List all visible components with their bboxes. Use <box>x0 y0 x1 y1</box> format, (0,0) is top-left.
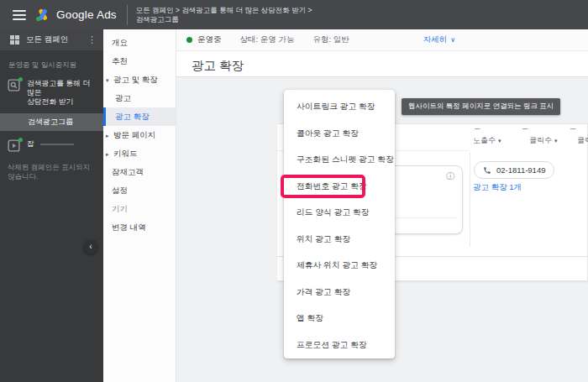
sidebar-item-all-campaigns[interactable]: 모든 캠페인 ⋮ <box>0 29 103 50</box>
video-campaign-icon <box>8 139 21 153</box>
campaign-item-video[interactable]: 잡 <box>0 131 103 153</box>
summary-value: – <box>465 123 490 133</box>
note-line2: 않습니다. <box>8 172 103 181</box>
breadcrumb-line-2[interactable]: 검색광고그룹 <box>136 15 312 24</box>
menu-item-sitelink[interactable]: 사이트링크 광고 확장 <box>284 93 395 120</box>
type-label: 유형: 일반 <box>312 34 349 45</box>
campaign-name-line2: 상담전화 받기 <box>27 97 73 106</box>
campaign-name: 잡 <box>27 139 74 153</box>
summary-value: – <box>512 123 538 133</box>
menu-item-price[interactable]: 가격 광고 확장 <box>284 279 395 306</box>
column-header-ctr[interactable]: 클릭률 <box>577 135 588 146</box>
sort-arrow-icon: ▾ <box>498 138 501 144</box>
nav-item-change-history[interactable]: 변경 내역 <box>103 218 176 237</box>
chevron-down-icon: ∨ <box>450 36 455 44</box>
header-label: 클릭수 <box>529 136 552 144</box>
menu-item-lead-form[interactable]: 리드 양식 광고 확장 <box>284 199 395 226</box>
header-label: 클릭률 <box>577 136 588 144</box>
nav-item-settings[interactable]: 설정 <box>103 181 176 200</box>
nav-item-audiences[interactable]: 잠재고객 <box>103 163 176 181</box>
all-campaigns-label: 모든 캠페인 <box>26 34 68 45</box>
top-app-bar: Google Ads 모든 캠페인 > 검색광고를 통해 더 많은 상담전화 받… <box>0 0 588 29</box>
phone-number: 02-1811-9149 <box>496 165 545 175</box>
campaign-section-label: 운영중 및 일시중지됨 <box>0 50 103 71</box>
menu-item-promotion[interactable]: 프로모션 광고 확장 <box>284 332 395 358</box>
loading-placeholder-bar <box>40 144 74 145</box>
nav-item-ads-extensions[interactable]: ▾광고 및 확장 <box>103 71 176 89</box>
deleted-campaigns-note: 삭제된 캠페인은 표시되지 않습니다. <box>0 153 103 181</box>
nav-item-keywords[interactable]: ▸키워드 <box>103 144 176 163</box>
nav-label: 광고 및 확장 <box>113 75 158 84</box>
page-title: 광고 확장 <box>192 58 244 74</box>
product-name: Google Ads <box>56 8 117 21</box>
nav-label: 방문 페이지 <box>113 130 155 139</box>
menu-item-affiliate-location[interactable]: 제휴사 위치 광고 확장 <box>284 252 395 279</box>
column-divider <box>470 152 470 247</box>
sitelink-tooltip: 웹사이트의 특정 페이지로 연결되는 링크 표시 <box>402 98 560 115</box>
menu-item-call[interactable]: 전화번호 광고 확장 <box>284 173 395 200</box>
nav-item-recommendations[interactable]: 추천 <box>103 52 176 71</box>
campaign-item-search[interactable]: 검색광고를 통해 더 많은 상담전화 받기 <box>0 71 103 107</box>
grid-icon <box>10 35 19 44</box>
sidebar-collapse-button[interactable]: ‹ <box>83 239 98 254</box>
menu-item-structured-snippet[interactable]: 구조화된 스니펫 광고 확장 <box>284 146 395 173</box>
breadcrumb[interactable]: 모든 캠페인 > 검색광고를 통해 더 많은 상담전화 받기 > 검색광고그룹 <box>136 6 312 24</box>
extension-type-dropdown: 사이트링크 광고 확장 콜아웃 광고 확장 구조화된 스니펫 광고 확장 전화번… <box>284 90 395 358</box>
google-ads-logo-icon <box>35 8 50 22</box>
chevron-right-icon: ▸ <box>106 145 113 164</box>
status-text: 운영중 <box>197 34 222 45</box>
status-dot-green <box>18 77 23 81</box>
details-label: 자세히 <box>423 34 448 44</box>
kebab-menu-icon[interactable]: ⋮ <box>87 34 97 45</box>
nav-item-ad-extensions[interactable]: 광고 확장 <box>103 107 176 126</box>
google-ads-app: Google Ads 모든 캠페인 > 검색광고를 통해 더 많은 상담전화 받… <box>0 0 588 382</box>
menu-item-app[interactable]: 앱 확장 <box>284 305 395 332</box>
campaign-name: 검색광고를 통해 더 많은 상담전화 받기 <box>27 79 98 107</box>
phone-number-chip[interactable]: 02-1811-9149 <box>474 161 554 179</box>
campaign-name-line1: 검색광고를 통해 더 많은 <box>27 79 90 97</box>
column-header-impressions[interactable]: 노출수▾ <box>473 135 501 146</box>
header-label: 노출수 <box>473 136 496 144</box>
page-title-bar: 광고 확장 <box>176 51 588 77</box>
extension-count-link[interactable]: 광고 확장 1개 <box>473 182 522 193</box>
breadcrumb-line-1[interactable]: 모든 캠페인 > 검색광고를 통해 더 많은 상담전화 받기 > <box>136 6 312 15</box>
phone-icon <box>483 166 491 175</box>
google-ads-logo[interactable]: Google Ads <box>35 8 117 22</box>
topbar-divider <box>127 5 128 25</box>
info-icon[interactable]: ⓘ <box>446 170 454 182</box>
sort-arrow-icon: ▾ <box>554 138 558 144</box>
column-header-clicks[interactable]: 클릭수▾ <box>529 135 558 146</box>
campaign-name-text: 잡 <box>27 139 34 148</box>
status-dot-green <box>18 138 23 142</box>
state-label: 상태: 운영 가능 <box>240 34 295 45</box>
hamburger-menu-icon[interactable] <box>13 10 26 20</box>
search-campaign-icon <box>8 79 21 92</box>
section-nav-sidebar: 개요 추천 ▾광고 및 확장 광고 광고 확장 ▸방문 페이지 ▸키워드 잠재고… <box>103 29 176 382</box>
menu-item-location[interactable]: 위치 광고 확장 <box>284 226 395 253</box>
note-line1: 삭제된 캠페인은 표시되지 <box>8 163 103 172</box>
campaign-tree-sidebar: 모든 캠페인 ⋮ 운영중 및 일시중지됨 검색광고를 통해 더 많은 상담전화 … <box>0 29 103 382</box>
nav-item-overview[interactable]: 개요 <box>103 34 176 52</box>
adgroup-status-bar: 운영중 상태: 운영 가능 유형: 일반 자세히∨ <box>176 29 588 51</box>
nav-item-landing-pages[interactable]: ▸방문 페이지 <box>103 126 176 144</box>
details-toggle[interactable]: 자세히∨ <box>423 34 455 45</box>
chevron-right-icon: ▸ <box>106 127 113 145</box>
summary-value: – <box>560 123 585 133</box>
adgroup-item-selected[interactable]: 검색광고그룹 <box>0 113 103 131</box>
nav-label: 키워드 <box>113 149 138 158</box>
status-dot-green <box>186 37 192 43</box>
menu-item-callout[interactable]: 콜아웃 광고 확장 <box>284 120 395 147</box>
nav-item-ads[interactable]: 광고 <box>103 89 176 107</box>
chevron-down-icon: ▾ <box>106 71 113 90</box>
nav-item-devices[interactable]: 기기 <box>103 200 176 218</box>
